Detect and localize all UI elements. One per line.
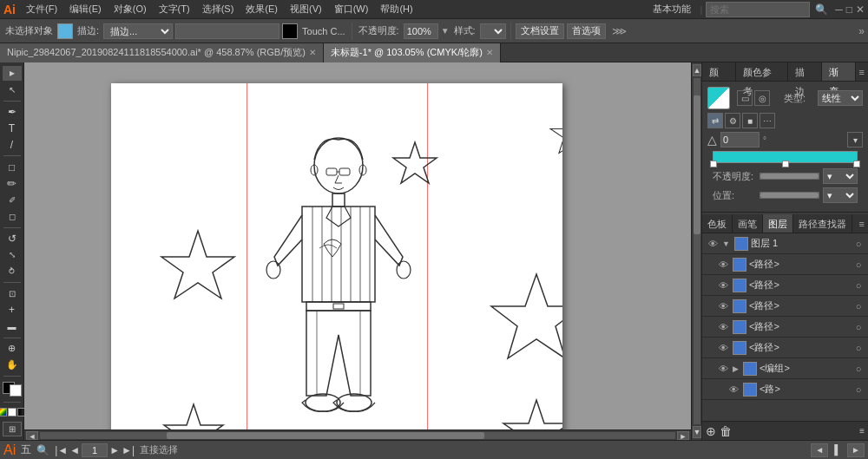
layer-6-vis[interactable]: 👁: [716, 362, 730, 376]
artboard-prev-btn[interactable]: ◄: [811, 443, 828, 457]
search-input[interactable]: [706, 2, 810, 17]
canvas-inner[interactable]: [24, 62, 691, 429]
zoom-tool[interactable]: ⊕: [3, 341, 22, 356]
grad-stop-mid[interactable]: [782, 161, 789, 167]
more-btn[interactable]: ⋯: [760, 113, 775, 128]
warp-tool[interactable]: ⥁: [3, 264, 22, 279]
panel-menu-icon[interactable]: ≡: [856, 62, 868, 81]
layer-3-dot[interactable]: ○: [852, 300, 865, 312]
selection-tool[interactable]: ▸: [3, 66, 22, 81]
h-scroll-track[interactable]: [40, 432, 675, 439]
page-last-btn[interactable]: ►|: [122, 444, 135, 456]
rotate-tool[interactable]: ↺: [3, 231, 22, 246]
eraser-tool[interactable]: ◻: [3, 209, 22, 224]
line-tool[interactable]: /: [3, 137, 22, 152]
scroll-right-btn[interactable]: ►: [677, 431, 689, 440]
color-mode-full[interactable]: [0, 408, 7, 416]
stroke-color-box[interactable]: [282, 23, 298, 39]
layer-row-7[interactable]: 👁 <路> ○: [702, 379, 868, 400]
panel-collapse-icon[interactable]: »: [858, 25, 865, 37]
artboard-nav[interactable]: ⊞: [3, 422, 22, 436]
menu-effect[interactable]: 效果(E): [240, 1, 283, 17]
page-input[interactable]: [82, 443, 108, 457]
layer-row-4[interactable]: 👁 <路径> ○: [702, 317, 868, 338]
scale-tool[interactable]: ⤡: [3, 247, 22, 262]
scroll-down-btn[interactable]: ▼: [693, 426, 701, 438]
angle-input[interactable]: [720, 132, 760, 148]
layer-2-dot[interactable]: ○: [852, 279, 865, 292]
tab-1[interactable]: 未标题-1* @ 103.05% (CMYK/轮廓) ✕: [324, 43, 501, 62]
opacity-input[interactable]: [404, 23, 438, 39]
page-next-btn[interactable]: ►: [109, 444, 120, 456]
layer-2-vis[interactable]: 👁: [716, 279, 730, 292]
tab-0-close[interactable]: ✕: [309, 48, 316, 57]
gradient-tab[interactable]: 渐变: [822, 62, 856, 81]
hand-tool[interactable]: ✋: [3, 357, 22, 372]
menu-select[interactable]: 选择(S): [197, 1, 240, 17]
layer-0-dot[interactable]: ○: [852, 238, 865, 250]
gradient-preview[interactable]: [707, 87, 730, 109]
extra-icon[interactable]: ⋙: [612, 25, 627, 37]
h-scrollbar[interactable]: ◄ ►: [24, 429, 691, 440]
basic-function-label[interactable]: 基本功能: [648, 1, 696, 17]
layer-4-dot[interactable]: ○: [852, 321, 865, 333]
add-layer-btn[interactable]: ⊕: [706, 424, 716, 438]
gradient-type-select[interactable]: 线性: [818, 90, 863, 106]
color-tab[interactable]: 颜色: [702, 62, 736, 81]
menu-help[interactable]: 帮助(H): [375, 1, 418, 17]
layer-row-6[interactable]: 👁 ▶ <编组> ○: [702, 358, 868, 379]
document-canvas[interactable]: [111, 83, 562, 429]
five-icon[interactable]: 五: [21, 443, 31, 457]
stroke-tab[interactable]: 描边: [788, 62, 822, 81]
opacity-bar[interactable]: [760, 173, 819, 180]
brushes-tab[interactable]: 画笔: [733, 214, 763, 233]
layer-6-expand[interactable]: ▶: [733, 364, 739, 373]
layer-7-vis[interactable]: 👁: [727, 383, 740, 397]
layer-row-1[interactable]: 👁 <路径> ○: [702, 254, 868, 275]
scroll-up-btn[interactable]: ▲: [693, 64, 701, 76]
linear-gradient-btn[interactable]: ▭: [737, 90, 753, 106]
page-prev-btn[interactable]: ◄: [69, 444, 80, 456]
layers-tab[interactable]: 图层: [763, 214, 793, 233]
layer-4-vis[interactable]: 👁: [716, 320, 730, 334]
grad-stop-left[interactable]: [710, 161, 717, 167]
pencil-tool[interactable]: ✐: [3, 193, 22, 207]
page-first-btn[interactable]: |◄: [55, 444, 68, 456]
menu-edit[interactable]: 编辑(E): [64, 1, 107, 17]
h-scroll-thumb[interactable]: [167, 432, 484, 439]
first-option-button[interactable]: 首选项: [567, 23, 606, 39]
layer-5-vis[interactable]: 👁: [716, 341, 730, 355]
swatches-tab[interactable]: 色板: [702, 214, 733, 233]
grad-stop-right[interactable]: [853, 161, 860, 167]
direct-selection-tool[interactable]: ↖: [3, 82, 22, 97]
layer-0-vis[interactable]: 👁: [706, 237, 720, 251]
color-mode-white[interactable]: [8, 408, 16, 416]
layer-row-5[interactable]: 👁 <路径> ○: [702, 338, 868, 358]
reverse-btn[interactable]: ⇄: [707, 113, 723, 128]
graph-tool[interactable]: ▬: [3, 319, 22, 334]
background-color[interactable]: [10, 384, 22, 397]
stroke-select[interactable]: 描边...: [103, 23, 173, 39]
layer-7-dot[interactable]: ○: [852, 384, 865, 396]
layers-menu-icon[interactable]: ≡: [856, 214, 868, 233]
v-scroll-thumb[interactable]: [694, 95, 700, 234]
gradient-bar[interactable]: [713, 151, 858, 163]
paintbrush-tool[interactable]: ✏: [3, 176, 22, 191]
tab-1-close[interactable]: ✕: [486, 48, 493, 57]
shape-builder-tool[interactable]: +: [3, 303, 22, 318]
opacity-select[interactable]: ▾: [823, 168, 858, 184]
radial-gradient-btn[interactable]: ◎: [754, 90, 770, 106]
fill-color[interactable]: [57, 23, 73, 39]
options-btn[interactable]: ⚙: [725, 113, 740, 128]
magnify-icon[interactable]: 🔍: [36, 444, 49, 456]
v-scroll-track[interactable]: [694, 78, 700, 424]
doc-settings-button[interactable]: 文档设置: [516, 23, 564, 39]
layers-options-btn[interactable]: ≡: [859, 426, 865, 436]
layer-row-2[interactable]: 👁 <路径> ○: [702, 275, 868, 296]
minimize-icon[interactable]: ─: [835, 3, 843, 16]
menu-text[interactable]: 文字(T): [154, 1, 195, 17]
position-bar[interactable]: [760, 192, 819, 199]
menu-view[interactable]: 视图(V): [285, 1, 327, 17]
layer-6-dot[interactable]: ○: [852, 363, 865, 375]
layer-0-expand[interactable]: ▼: [722, 239, 730, 248]
